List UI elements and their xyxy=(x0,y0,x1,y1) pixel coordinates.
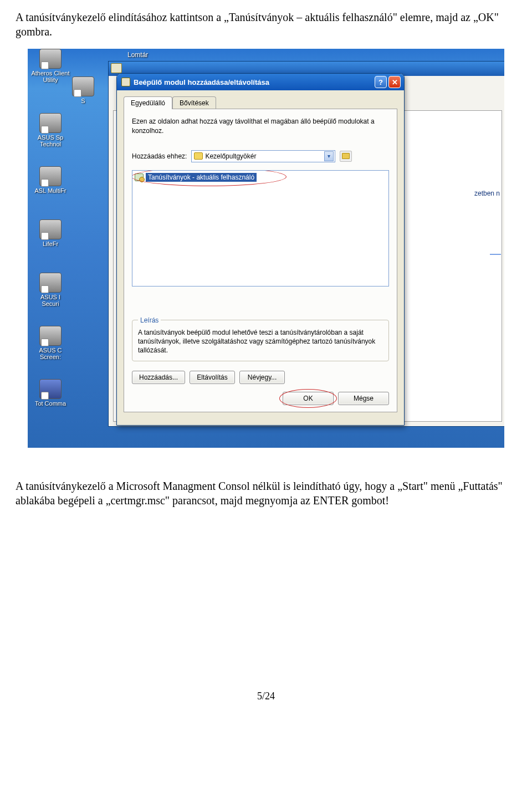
list-item-label: Tanúsítványok - aktuális felhasználó xyxy=(146,173,257,182)
help-button[interactable]: ? xyxy=(375,76,387,88)
combobox-value: Kezelőpultgyökér xyxy=(205,152,256,160)
desktop-icons-column: Atheros Client Utility S ASUS Sp Technol… xyxy=(28,49,111,448)
desktop-icon-asus-securi[interactable]: ASUS I Securi xyxy=(31,273,70,307)
desktop-icon-s[interactable]: S xyxy=(72,76,94,104)
desktop-icon-label: ASL MultiFr xyxy=(34,187,66,194)
dialog-title-icon xyxy=(121,78,130,86)
folder-icon xyxy=(194,152,203,160)
mmc-background-text: zetben n xyxy=(474,190,500,197)
desktop-icon-label: ASUS Sp Technol xyxy=(38,134,63,147)
desktop-icon-asl-multifr[interactable]: ASL MultiFr xyxy=(31,166,70,194)
close-button[interactable]: ✕ xyxy=(388,76,401,88)
dialog-bottom-buttons: OK Mégse xyxy=(283,392,389,405)
mmc-window-icon xyxy=(111,63,122,73)
snapin-action-buttons: Hozzáadás... Eltávolítás Névjegy... xyxy=(132,371,285,384)
instruction-paragraph-1: A tanúsítványkezelő elindításához kattin… xyxy=(0,0,532,44)
desktop-icon-label: Tot Comma xyxy=(35,400,66,407)
add-button[interactable]: Hozzáadás... xyxy=(132,371,185,384)
list-item-certificates[interactable]: Tanúsítványok - aktuális felhasználó xyxy=(135,172,257,182)
about-button[interactable]: Névjegy... xyxy=(239,371,285,384)
tab-standalone[interactable]: Egyedülálló xyxy=(124,96,172,109)
add-to-row: Hozzáadás ehhez: Kezelőpultgyökér ▾ xyxy=(132,150,389,162)
info-text: Ezen az oldalon adhat hozzá vagy távolít… xyxy=(132,117,389,136)
page-number: 5/24 xyxy=(0,513,532,713)
ok-button[interactable]: OK xyxy=(283,392,334,405)
tab-panel: Ezen az oldalon adhat hozzá vagy távolít… xyxy=(124,109,397,412)
desktop-screenshot: Atheros Client Utility S ASUS Sp Technol… xyxy=(28,49,504,448)
instruction-paragraph-2: A tanúsítványkezelő a Microsoft Managmen… xyxy=(0,453,532,513)
desktop-icon-asus-sp[interactable]: ASUS Sp Technol xyxy=(31,113,70,147)
desktop-icon-label: S xyxy=(81,98,85,104)
add-to-combobox[interactable]: Kezelőpultgyökér ▾ xyxy=(191,150,335,162)
new-folder-button[interactable] xyxy=(340,151,352,162)
remove-button[interactable]: Eltávolítás xyxy=(190,371,235,384)
desktop-icon-label: ASUS C Screen: xyxy=(39,347,62,360)
desktop-icon-lifefr[interactable]: LifeFr xyxy=(31,219,70,247)
dialog-tabs: Egyedülálló Bővítések xyxy=(117,90,404,109)
cancel-button[interactable]: Mégse xyxy=(338,392,389,405)
description-legend: Leírás xyxy=(138,316,161,325)
snapin-dialog: Beépülő modul hozzáadása/eltávolítása ? … xyxy=(116,73,405,426)
desktop-icon-lomtar-label: Lomtár xyxy=(127,51,148,59)
desktop-icon-label: LifeFr xyxy=(43,241,58,247)
background-dash xyxy=(490,254,501,255)
snapin-listbox[interactable]: Tanúsítványok - aktuális felhasználó xyxy=(132,170,389,286)
desktop-icon-atheros[interactable]: Atheros Client Utility xyxy=(31,49,70,83)
dialog-title: Beépülő modul hozzáadása/eltávolítása xyxy=(134,78,269,86)
tab-extensions[interactable]: Bővítések xyxy=(172,96,216,109)
screenshot-container: Atheros Client Utility S ASUS Sp Technol… xyxy=(0,44,532,453)
dialog-titlebar[interactable]: Beépülő modul hozzáadása/eltávolítása ? … xyxy=(117,74,404,90)
chevron-down-icon[interactable]: ▾ xyxy=(324,151,334,161)
new-folder-icon xyxy=(342,153,350,159)
add-to-label: Hozzáadás ehhez: xyxy=(132,152,187,160)
certificate-icon xyxy=(135,173,144,181)
description-group: Leírás A tanúsítványok beépülő modul leh… xyxy=(132,320,389,361)
description-text: A tanúsítványok beépülő modul lehetővé t… xyxy=(138,329,375,354)
desktop-icon-tot-comma[interactable]: Tot Comma xyxy=(31,379,70,407)
desktop-icon-label: Atheros Client Utility xyxy=(31,70,69,83)
desktop-icon-asus-screen[interactable]: ASUS C Screen: xyxy=(31,326,70,360)
desktop-icon-label: ASUS I Securi xyxy=(40,294,60,307)
